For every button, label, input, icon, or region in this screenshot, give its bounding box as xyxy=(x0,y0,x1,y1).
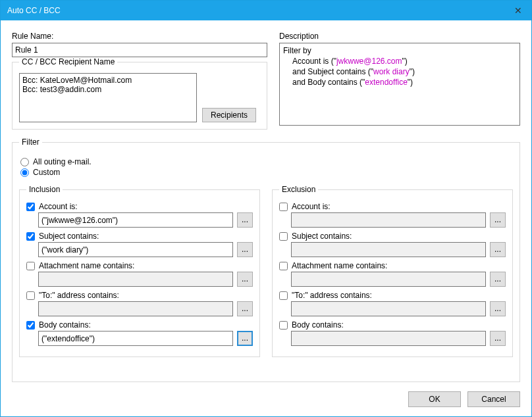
excl-body-label: Body contains: xyxy=(292,320,344,330)
incl-attachment-check[interactable] xyxy=(26,262,35,270)
recipients-box[interactable]: Bcc: KateLoveM@Hotmail.com Bcc: test3@ad… xyxy=(19,73,197,122)
excl-attachment-label: Attachment name contains: xyxy=(292,261,387,270)
close-icon[interactable]: ✕ xyxy=(505,1,531,20)
excl-subject-check[interactable] xyxy=(279,232,288,241)
excl-account-input[interactable] xyxy=(291,212,486,228)
exclusion-group: Exclusion Account is: ... xyxy=(272,185,513,357)
incl-to-browse[interactable]: ... xyxy=(237,301,253,316)
all-outing-label: All outing e-mail. xyxy=(33,157,92,166)
rule-column: Rule Name: CC / BCC Recipient Name Bcc: … xyxy=(12,32,267,130)
excl-attachment-browse[interactable]: ... xyxy=(490,272,506,287)
incl-account-browse[interactable]: ... xyxy=(237,212,253,228)
dialog-footer: OK Cancel xyxy=(1,382,531,416)
excl-body-check[interactable] xyxy=(279,321,288,330)
incl-account-check[interactable] xyxy=(26,203,35,211)
incl-subject-label: Subject contains: xyxy=(39,232,99,241)
description-box: Filter by Account is ("jwkwwe@126.com") … xyxy=(279,43,520,126)
titlebar: Auto CC / BCC ✕ xyxy=(1,1,531,20)
top-row: Rule Name: CC / BCC Recipient Name Bcc: … xyxy=(12,32,520,130)
desc-line-1: Filter by xyxy=(283,45,516,56)
incl-body-browse[interactable]: ... xyxy=(237,331,253,346)
dialog-window: Auto CC / BCC ✕ Rule Name: CC / BCC Reci… xyxy=(0,0,532,417)
incl-attachment-input[interactable] xyxy=(38,272,233,287)
cc-bcc-group: CC / BCC Recipient Name Bcc: KateLoveM@H… xyxy=(12,57,267,130)
client-area: Rule Name: CC / BCC Recipient Name Bcc: … xyxy=(1,20,531,382)
window-title: Auto CC / BCC xyxy=(7,6,505,15)
description-column: Description Filter by Account is ("jwkww… xyxy=(279,32,520,130)
all-outing-radio[interactable] xyxy=(20,158,29,166)
desc-line-3: and Subject contains ("work diary") xyxy=(283,66,516,77)
excl-subject-label: Subject contains: xyxy=(292,232,352,241)
excl-account-label: Account is: xyxy=(292,202,331,211)
rule-name-input[interactable] xyxy=(12,43,267,57)
incl-to-label: "To:" address contains: xyxy=(39,291,119,300)
incl-to-input[interactable] xyxy=(38,301,233,316)
incl-body-check[interactable] xyxy=(26,321,35,330)
incl-body-input[interactable] xyxy=(38,331,233,346)
excl-subject-browse[interactable]: ... xyxy=(490,242,506,257)
recipients-button[interactable]: Recipients xyxy=(202,108,256,122)
incl-body-label: Body contains: xyxy=(39,320,91,330)
excl-body-input[interactable] xyxy=(291,331,486,346)
custom-label: Custom xyxy=(33,168,60,177)
incl-subject-input[interactable] xyxy=(38,242,233,257)
excl-to-input[interactable] xyxy=(291,301,486,316)
excl-to-label: "To:" address contains: xyxy=(292,291,372,300)
inclusion-exclusion-row: Inclusion Account is: ... xyxy=(19,185,513,357)
ok-button[interactable]: OK xyxy=(408,391,461,407)
filter-options: All outing e-mail. Custom xyxy=(19,153,513,185)
excl-to-browse[interactable]: ... xyxy=(490,301,506,316)
rule-name-label: Rule Name: xyxy=(12,32,267,41)
excl-attachment-input[interactable] xyxy=(291,272,486,287)
inclusion-group: Inclusion Account is: ... xyxy=(19,185,260,357)
filter-legend: Filter xyxy=(19,137,42,147)
exclusion-legend: Exclusion xyxy=(279,185,318,194)
incl-attachment-browse[interactable]: ... xyxy=(237,272,253,287)
incl-to-check[interactable] xyxy=(26,291,35,300)
desc-line-4: and Body contains ("extendoffice") xyxy=(283,77,516,87)
incl-subject-check[interactable] xyxy=(26,232,35,241)
desc-line-2: Account is ("jwkwwe@126.com") xyxy=(283,56,516,66)
incl-attachment-label: Attachment name contains: xyxy=(39,261,134,270)
excl-account-check[interactable] xyxy=(279,203,288,211)
cancel-button[interactable]: Cancel xyxy=(467,391,520,407)
excl-account-browse[interactable]: ... xyxy=(490,212,506,228)
excl-body-browse[interactable]: ... xyxy=(490,331,506,346)
description-label: Description xyxy=(279,32,520,41)
custom-radio[interactable] xyxy=(20,168,29,177)
cc-bcc-legend: CC / BCC Recipient Name xyxy=(19,57,117,66)
excl-subject-input[interactable] xyxy=(291,242,486,257)
excl-attachment-check[interactable] xyxy=(279,262,288,270)
incl-subject-browse[interactable]: ... xyxy=(237,242,253,257)
incl-account-input[interactable] xyxy=(38,212,233,228)
incl-account-label: Account is: xyxy=(39,202,78,211)
excl-to-check[interactable] xyxy=(279,291,288,300)
filter-group: Filter All outing e-mail. Custom Inclusi… xyxy=(12,137,520,382)
inclusion-legend: Inclusion xyxy=(26,185,63,194)
